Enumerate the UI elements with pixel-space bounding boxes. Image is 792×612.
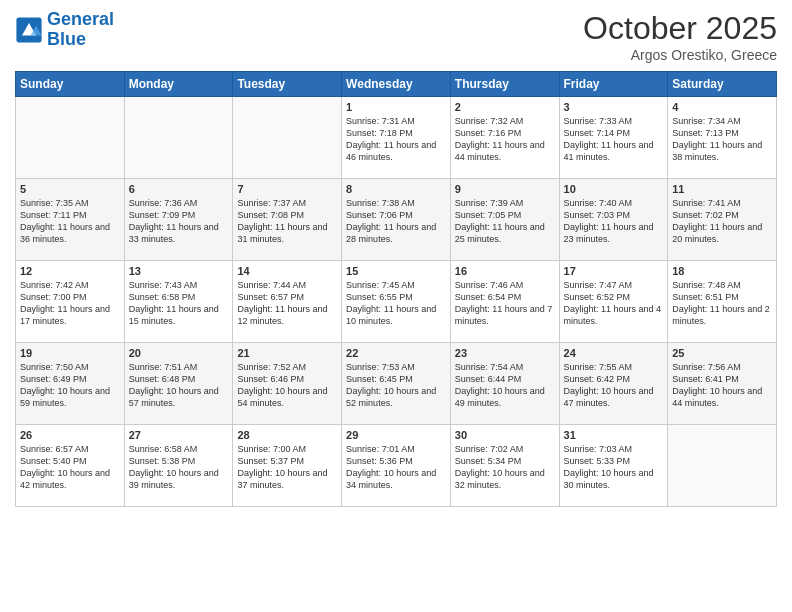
day-number: 25: [672, 347, 772, 359]
day-number: 18: [672, 265, 772, 277]
cell-4-1: 27 Sunrise: 6:58 AMSunset: 5:38 PMDaylig…: [124, 425, 233, 507]
cell-1-3: 8 Sunrise: 7:38 AMSunset: 7:06 PMDayligh…: [342, 179, 451, 261]
cell-info: Sunrise: 7:34 AMSunset: 7:13 PMDaylight:…: [672, 116, 762, 162]
header-monday: Monday: [124, 72, 233, 97]
cell-2-3: 15 Sunrise: 7:45 AMSunset: 6:55 PMDaylig…: [342, 261, 451, 343]
cell-info: Sunrise: 7:50 AMSunset: 6:49 PMDaylight:…: [20, 362, 110, 408]
cell-2-1: 13 Sunrise: 7:43 AMSunset: 6:58 PMDaylig…: [124, 261, 233, 343]
day-number: 5: [20, 183, 120, 195]
day-number: 19: [20, 347, 120, 359]
cell-4-0: 26 Sunrise: 6:57 AMSunset: 5:40 PMDaylig…: [16, 425, 125, 507]
cell-3-3: 22 Sunrise: 7:53 AMSunset: 6:45 PMDaylig…: [342, 343, 451, 425]
cell-2-5: 17 Sunrise: 7:47 AMSunset: 6:52 PMDaylig…: [559, 261, 668, 343]
cell-info: Sunrise: 7:39 AMSunset: 7:05 PMDaylight:…: [455, 198, 545, 244]
day-number: 27: [129, 429, 229, 441]
cell-info: Sunrise: 7:41 AMSunset: 7:02 PMDaylight:…: [672, 198, 762, 244]
day-number: 16: [455, 265, 555, 277]
cell-info: Sunrise: 7:02 AMSunset: 5:34 PMDaylight:…: [455, 444, 545, 490]
cell-info: Sunrise: 7:54 AMSunset: 6:44 PMDaylight:…: [455, 362, 545, 408]
header-thursday: Thursday: [450, 72, 559, 97]
week-row-0: 1 Sunrise: 7:31 AMSunset: 7:18 PMDayligh…: [16, 97, 777, 179]
day-number: 1: [346, 101, 446, 113]
cell-1-0: 5 Sunrise: 7:35 AMSunset: 7:11 PMDayligh…: [16, 179, 125, 261]
calendar-table: Sunday Monday Tuesday Wednesday Thursday…: [15, 71, 777, 507]
cell-info: Sunrise: 6:57 AMSunset: 5:40 PMDaylight:…: [20, 444, 110, 490]
day-number: 6: [129, 183, 229, 195]
cell-info: Sunrise: 7:56 AMSunset: 6:41 PMDaylight:…: [672, 362, 762, 408]
cell-4-5: 31 Sunrise: 7:03 AMSunset: 5:33 PMDaylig…: [559, 425, 668, 507]
cell-3-1: 20 Sunrise: 7:51 AMSunset: 6:48 PMDaylig…: [124, 343, 233, 425]
month-title: October 2025: [583, 10, 777, 47]
cell-info: Sunrise: 6:58 AMSunset: 5:38 PMDaylight:…: [129, 444, 219, 490]
cell-info: Sunrise: 7:42 AMSunset: 7:00 PMDaylight:…: [20, 280, 110, 326]
cell-4-2: 28 Sunrise: 7:00 AMSunset: 5:37 PMDaylig…: [233, 425, 342, 507]
cell-0-1: [124, 97, 233, 179]
cell-info: Sunrise: 7:01 AMSunset: 5:36 PMDaylight:…: [346, 444, 436, 490]
day-number: 24: [564, 347, 664, 359]
cell-3-0: 19 Sunrise: 7:50 AMSunset: 6:49 PMDaylig…: [16, 343, 125, 425]
day-number: 8: [346, 183, 446, 195]
page-container: General Blue October 2025 Argos Orestiko…: [0, 0, 792, 517]
cell-info: Sunrise: 7:47 AMSunset: 6:52 PMDaylight:…: [564, 280, 662, 326]
cell-info: Sunrise: 7:03 AMSunset: 5:33 PMDaylight:…: [564, 444, 654, 490]
cell-info: Sunrise: 7:53 AMSunset: 6:45 PMDaylight:…: [346, 362, 436, 408]
day-number: 9: [455, 183, 555, 195]
cell-0-6: 4 Sunrise: 7:34 AMSunset: 7:13 PMDayligh…: [668, 97, 777, 179]
cell-0-5: 3 Sunrise: 7:33 AMSunset: 7:14 PMDayligh…: [559, 97, 668, 179]
cell-info: Sunrise: 7:31 AMSunset: 7:18 PMDaylight:…: [346, 116, 436, 162]
day-number: 2: [455, 101, 555, 113]
cell-2-2: 14 Sunrise: 7:44 AMSunset: 6:57 PMDaylig…: [233, 261, 342, 343]
day-number: 15: [346, 265, 446, 277]
day-number: 11: [672, 183, 772, 195]
cell-2-4: 16 Sunrise: 7:46 AMSunset: 6:54 PMDaylig…: [450, 261, 559, 343]
cell-info: Sunrise: 7:33 AMSunset: 7:14 PMDaylight:…: [564, 116, 654, 162]
cell-info: Sunrise: 7:43 AMSunset: 6:58 PMDaylight:…: [129, 280, 219, 326]
day-number: 21: [237, 347, 337, 359]
logo: General Blue: [15, 10, 114, 50]
day-number: 23: [455, 347, 555, 359]
logo-icon: [15, 16, 43, 44]
header-sunday: Sunday: [16, 72, 125, 97]
cell-0-2: [233, 97, 342, 179]
cell-info: Sunrise: 7:32 AMSunset: 7:16 PMDaylight:…: [455, 116, 545, 162]
cell-1-4: 9 Sunrise: 7:39 AMSunset: 7:05 PMDayligh…: [450, 179, 559, 261]
cell-4-3: 29 Sunrise: 7:01 AMSunset: 5:36 PMDaylig…: [342, 425, 451, 507]
cell-0-4: 2 Sunrise: 7:32 AMSunset: 7:16 PMDayligh…: [450, 97, 559, 179]
week-row-1: 5 Sunrise: 7:35 AMSunset: 7:11 PMDayligh…: [16, 179, 777, 261]
day-number: 3: [564, 101, 664, 113]
cell-2-0: 12 Sunrise: 7:42 AMSunset: 7:00 PMDaylig…: [16, 261, 125, 343]
cell-info: Sunrise: 7:45 AMSunset: 6:55 PMDaylight:…: [346, 280, 436, 326]
header-tuesday: Tuesday: [233, 72, 342, 97]
day-number: 7: [237, 183, 337, 195]
cell-info: Sunrise: 7:44 AMSunset: 6:57 PMDaylight:…: [237, 280, 327, 326]
day-number: 20: [129, 347, 229, 359]
cell-info: Sunrise: 7:46 AMSunset: 6:54 PMDaylight:…: [455, 280, 553, 326]
day-number: 17: [564, 265, 664, 277]
day-number: 30: [455, 429, 555, 441]
day-number: 12: [20, 265, 120, 277]
day-number: 22: [346, 347, 446, 359]
header-saturday: Saturday: [668, 72, 777, 97]
cell-info: Sunrise: 7:55 AMSunset: 6:42 PMDaylight:…: [564, 362, 654, 408]
day-number: 4: [672, 101, 772, 113]
cell-info: Sunrise: 7:52 AMSunset: 6:46 PMDaylight:…: [237, 362, 327, 408]
location-subtitle: Argos Orestiko, Greece: [583, 47, 777, 63]
week-row-3: 19 Sunrise: 7:50 AMSunset: 6:49 PMDaylig…: [16, 343, 777, 425]
cell-info: Sunrise: 7:00 AMSunset: 5:37 PMDaylight:…: [237, 444, 327, 490]
day-number: 10: [564, 183, 664, 195]
day-number: 13: [129, 265, 229, 277]
cell-0-3: 1 Sunrise: 7:31 AMSunset: 7:18 PMDayligh…: [342, 97, 451, 179]
day-number: 28: [237, 429, 337, 441]
day-number: 14: [237, 265, 337, 277]
cell-3-5: 24 Sunrise: 7:55 AMSunset: 6:42 PMDaylig…: [559, 343, 668, 425]
day-number: 29: [346, 429, 446, 441]
header-friday: Friday: [559, 72, 668, 97]
cell-info: Sunrise: 7:51 AMSunset: 6:48 PMDaylight:…: [129, 362, 219, 408]
header: General Blue October 2025 Argos Orestiko…: [15, 10, 777, 63]
cell-4-4: 30 Sunrise: 7:02 AMSunset: 5:34 PMDaylig…: [450, 425, 559, 507]
cell-1-2: 7 Sunrise: 7:37 AMSunset: 7:08 PMDayligh…: [233, 179, 342, 261]
cell-info: Sunrise: 7:48 AMSunset: 6:51 PMDaylight:…: [672, 280, 770, 326]
cell-3-4: 23 Sunrise: 7:54 AMSunset: 6:44 PMDaylig…: [450, 343, 559, 425]
cell-3-6: 25 Sunrise: 7:56 AMSunset: 6:41 PMDaylig…: [668, 343, 777, 425]
cell-3-2: 21 Sunrise: 7:52 AMSunset: 6:46 PMDaylig…: [233, 343, 342, 425]
